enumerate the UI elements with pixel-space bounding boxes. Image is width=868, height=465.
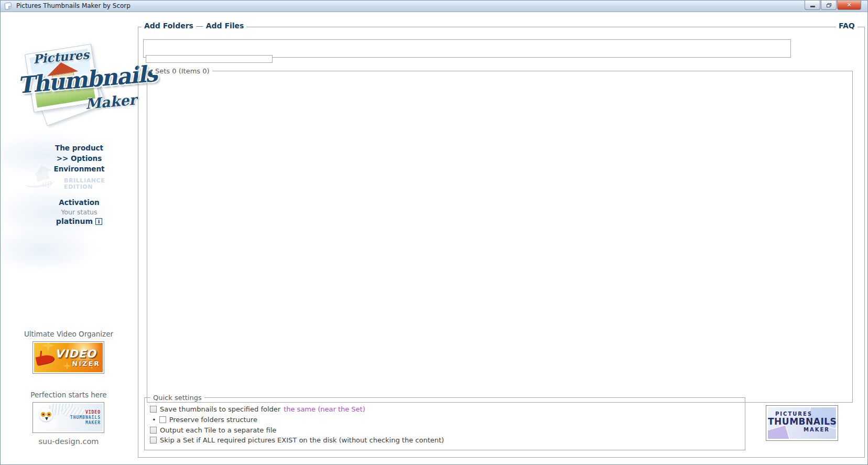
skip-set-label: Skip a Set if ALL required pictures EXIS… xyxy=(160,436,444,444)
sets-group-legend: Sets 0 (Items 0) xyxy=(153,67,212,75)
vtm-caption: Perfection starts here xyxy=(16,391,121,399)
status-value: platinum xyxy=(56,217,93,225)
option-separate-file: Output each Tile to a separate file xyxy=(150,426,276,434)
logo-wordmark: Pictures Thumbnails Maker xyxy=(7,39,132,50)
sidebar-item-options[interactable]: >> Options xyxy=(27,153,132,164)
edition-watermark: up xyxy=(25,164,61,193)
vtm-banner[interactable]: VIDEO THUMBNAILS MAKER xyxy=(32,402,104,433)
app-icon xyxy=(4,2,12,9)
videonizer-caption: Ultimate Video Organizer xyxy=(16,330,121,338)
vtm-wordmark: VIDEO THUMBNAILS MAKER xyxy=(70,410,101,426)
edition-label: BRILLIANCE EDITION xyxy=(64,178,105,190)
maximize-button[interactable] xyxy=(821,1,837,10)
videonizer-word-nizer: NIZER xyxy=(72,360,100,367)
status-label: Your status xyxy=(27,208,132,216)
save-thumbnails-label: Save thumbnails to specified folder xyxy=(160,405,280,413)
minimize-icon xyxy=(810,6,815,7)
info-icon[interactable]: i xyxy=(95,218,102,225)
restore-icon xyxy=(827,3,831,7)
filter-input[interactable] xyxy=(146,55,273,63)
videonizer-word-video: VIDEO xyxy=(55,348,96,360)
quick-settings-legend: Quick settings xyxy=(150,394,204,402)
owl-head xyxy=(39,408,53,421)
minimize-button[interactable] xyxy=(805,1,820,10)
app-logo: Pictures Thumbnails Maker xyxy=(7,45,133,123)
option-save-thumbnails: Save thumbnails to specified folder the … xyxy=(150,405,365,413)
preserve-structure-label: Preserve folders structure xyxy=(169,416,257,424)
ptm-brand-image: PICTURES THUMBNAILS MAKER xyxy=(768,407,836,439)
sidebar-item-activation[interactable]: Activation xyxy=(27,198,132,207)
same-folder-link[interactable]: the same (near the Set) xyxy=(284,405,365,413)
sets-groupbox xyxy=(147,71,853,403)
preserve-structure-checkbox[interactable] xyxy=(159,416,166,423)
separate-file-label: Output each Tile to a separate file xyxy=(160,426,276,434)
close-icon: ✕ xyxy=(847,2,851,8)
activation-block: Activation Your status platinum i xyxy=(27,198,132,225)
add-files-link[interactable]: Add Files xyxy=(206,21,244,30)
skip-set-checkbox[interactable] xyxy=(150,437,157,444)
faq-link[interactable]: FAQ xyxy=(836,22,858,30)
add-folders-link[interactable]: Add Folders xyxy=(144,21,193,30)
separate-file-checkbox[interactable] xyxy=(150,427,157,434)
window-controls: ✕ xyxy=(804,1,861,10)
bullet-icon: • xyxy=(152,416,156,423)
window-title: Pictures Thumbnails Maker by Scorp xyxy=(16,2,131,9)
videonizer-bird-icon xyxy=(36,354,55,366)
main-group-legend: Add Folders — Add Files xyxy=(142,22,246,30)
watermark-up-text: up xyxy=(41,178,52,189)
suu-design-link[interactable]: suu-design.com xyxy=(16,437,121,446)
save-thumbnails-checkbox[interactable] xyxy=(150,406,157,413)
ptm-brand-box[interactable]: PICTURES THUMBNAILS MAKER xyxy=(766,405,838,441)
owl-banner-image: VIDEO THUMBNAILS MAKER xyxy=(34,404,103,431)
videonizer-banner[interactable]: VIDEO NIZER xyxy=(32,341,104,374)
sidebar-item-the-product[interactable]: The product xyxy=(27,143,132,153)
app-window: Pictures Thumbnails Maker by Scorp ✕ xyxy=(0,0,868,465)
videonizer-banner-image: VIDEO NIZER xyxy=(34,343,103,372)
ptm-brand-wordmark: PICTURES THUMBNAILS MAKER xyxy=(768,411,836,432)
title-bar[interactable]: Pictures Thumbnails Maker by Scorp ✕ xyxy=(1,1,867,12)
close-button[interactable]: ✕ xyxy=(837,1,861,10)
option-skip-set: Skip a Set if ALL required pictures EXIS… xyxy=(150,436,444,444)
option-preserve-structure: • Preserve folders structure xyxy=(152,416,257,424)
legend-separator: — xyxy=(196,21,203,30)
